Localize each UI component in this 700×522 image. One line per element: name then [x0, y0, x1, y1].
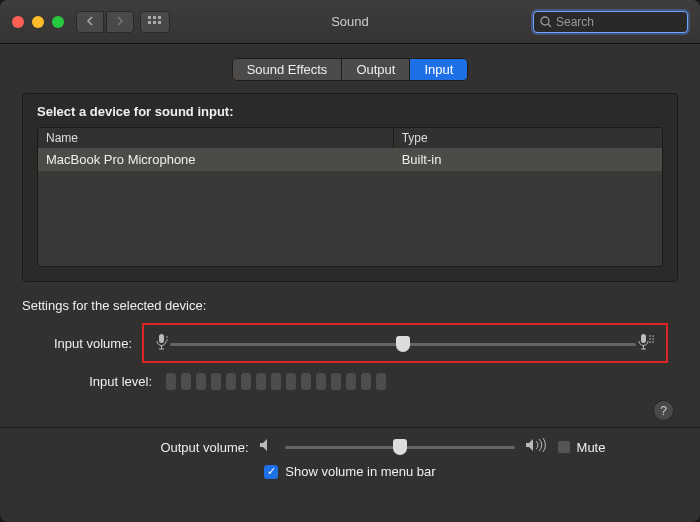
svg-rect-3	[148, 21, 151, 24]
svg-point-21	[652, 341, 654, 343]
output-volume-label: Output volume:	[95, 440, 259, 455]
show-all-button[interactable]	[140, 11, 170, 33]
show-volume-row[interactable]: ✓ Show volume in menu bar	[22, 464, 678, 479]
svg-point-12	[166, 339, 168, 341]
speaker-high-icon	[525, 438, 547, 456]
col-name-header[interactable]: Name	[38, 128, 394, 148]
minimize-button[interactable]	[32, 16, 44, 28]
svg-rect-4	[153, 21, 156, 24]
forward-button[interactable]	[106, 11, 134, 33]
table-row[interactable]: MacBook Pro Microphone Built-in	[38, 148, 662, 171]
sound-preferences-window: Sound Search Sound Effects Output Input …	[0, 0, 700, 522]
device-table: Name Type MacBook Pro Microphone Built-i…	[37, 127, 663, 267]
svg-line-7	[548, 24, 551, 27]
svg-point-17	[649, 338, 651, 340]
input-volume-slider[interactable]	[170, 343, 636, 346]
help-button[interactable]: ?	[653, 400, 674, 421]
svg-point-16	[649, 335, 651, 337]
titlebar: Sound Search	[0, 0, 700, 44]
input-volume-row: Input volume:	[32, 323, 668, 363]
search-field[interactable]: Search	[533, 11, 688, 33]
device-type: Built-in	[394, 150, 662, 169]
mic-low-icon	[154, 332, 170, 356]
zoom-button[interactable]	[52, 16, 64, 28]
traffic-lights	[12, 16, 64, 28]
tabs: Sound Effects Output Input	[0, 58, 700, 81]
table-header: Name Type	[38, 128, 662, 148]
search-placeholder: Search	[556, 15, 594, 29]
show-volume-label: Show volume in menu bar	[285, 464, 435, 479]
svg-point-6	[541, 17, 549, 25]
mute-checkbox[interactable]	[557, 440, 571, 454]
device-select-panel: Select a device for sound input: Name Ty…	[22, 93, 678, 282]
chevron-right-icon	[116, 16, 124, 26]
chevron-left-icon	[86, 16, 94, 26]
bottom-panel: Output volume: Mute ✓ Show volume in men…	[0, 427, 700, 489]
device-select-title: Select a device for sound input:	[37, 104, 663, 119]
mute-label: Mute	[577, 440, 606, 455]
input-level-meter	[162, 373, 668, 390]
slider-thumb[interactable]	[393, 439, 407, 455]
svg-rect-8	[159, 334, 164, 343]
nav-buttons	[76, 11, 134, 33]
slider-thumb[interactable]	[396, 336, 410, 352]
output-volume-slider[interactable]	[285, 446, 515, 449]
output-volume-row: Output volume: Mute	[22, 438, 678, 456]
svg-point-20	[652, 338, 654, 340]
search-icon	[540, 16, 552, 28]
mic-high-icon	[636, 332, 656, 356]
col-type-header[interactable]: Type	[394, 128, 662, 148]
tab-output[interactable]: Output	[342, 59, 410, 80]
input-volume-label: Input volume:	[32, 336, 142, 351]
svg-point-19	[652, 335, 654, 337]
show-volume-checkbox[interactable]: ✓	[264, 465, 278, 479]
input-level-label: Input level:	[32, 374, 162, 389]
input-level-row: Input level:	[32, 373, 668, 390]
svg-rect-0	[148, 16, 151, 19]
speaker-low-icon	[259, 438, 275, 456]
tab-sound-effects[interactable]: Sound Effects	[233, 59, 343, 80]
svg-rect-13	[641, 334, 646, 343]
svg-rect-2	[158, 16, 161, 19]
device-settings: Input volume: Input level:	[32, 323, 668, 390]
settings-heading: Settings for the selected device:	[22, 298, 678, 313]
table-empty-area	[38, 171, 662, 265]
help-row: ?	[26, 400, 674, 421]
svg-rect-1	[153, 16, 156, 19]
input-volume-highlight	[142, 323, 668, 363]
grid-icon	[148, 16, 162, 26]
svg-point-11	[166, 336, 168, 338]
mute-control[interactable]: Mute	[557, 440, 606, 455]
device-name: MacBook Pro Microphone	[38, 150, 394, 169]
table-body: MacBook Pro Microphone Built-in	[38, 148, 662, 266]
svg-point-18	[649, 341, 651, 343]
tab-input[interactable]: Input	[410, 59, 467, 80]
back-button[interactable]	[76, 11, 104, 33]
close-button[interactable]	[12, 16, 24, 28]
svg-rect-5	[158, 21, 161, 24]
